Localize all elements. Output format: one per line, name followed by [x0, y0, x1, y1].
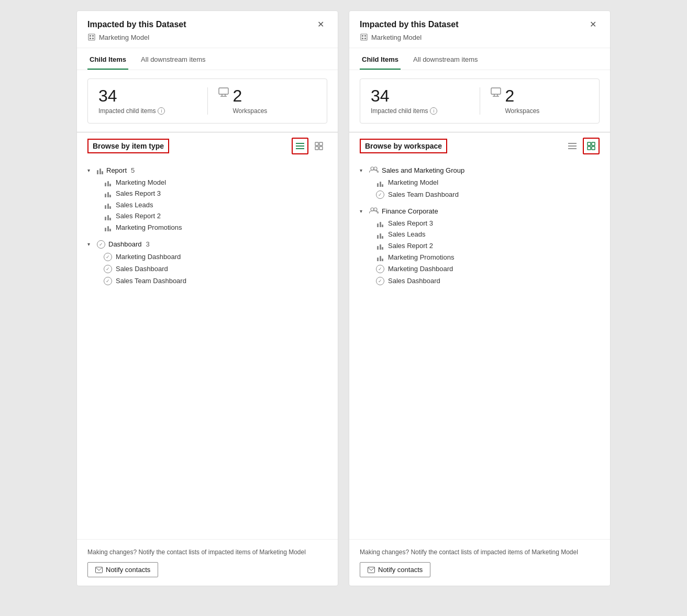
svg-rect-15 [319, 147, 323, 150]
item-name: Marketing Model [388, 178, 438, 186]
dataset-icon-2 [360, 33, 368, 41]
group-count-dashboard: 3 [146, 240, 150, 248]
report-icon [103, 189, 113, 198]
tab-downstream-1[interactable]: All downstream items [139, 50, 208, 70]
footer-text-1: Making changes? Notify the contact lists… [87, 548, 327, 557]
workspace-group-icon-2 [369, 207, 379, 216]
stat-count-2: 34 Impacted child items i [371, 87, 469, 115]
subtitle-row-2: Marketing Model [360, 33, 600, 41]
panel-header-2: Impacted by this Dataset ✕ Marketing Mod… [349, 11, 610, 48]
list-item: Sales Report 3 [375, 218, 600, 229]
svg-rect-1 [90, 35, 91, 37]
notify-contacts-label-1: Notify contacts [106, 566, 150, 574]
list-view-btn-1[interactable] [292, 138, 308, 154]
stats-card-2: 34 Impacted child items i 2 [360, 79, 600, 124]
item-name: Sales Report 2 [116, 212, 161, 220]
item-name: Sales Dashboard [388, 277, 440, 285]
dashboard-icon: ✓ [375, 264, 385, 273]
item-name: Sales Leads [116, 201, 153, 209]
list-view-btn-2[interactable] [564, 138, 581, 154]
view-toggle-1 [292, 138, 327, 154]
report-icon [103, 178, 113, 186]
list-item: Sales Leads [375, 229, 600, 240]
workspace-view-btn-2[interactable] [583, 138, 600, 154]
info-icon-1[interactable]: i [158, 107, 165, 115]
stat-count-1: 34 Impacted child items i [98, 87, 197, 115]
list-item: Marketing Promotions [103, 222, 327, 233]
panel-item-type: Impacted by this Dataset ✕ Marketing Mod… [76, 10, 338, 586]
svg-rect-22 [491, 88, 501, 94]
panel-footer-2: Making changes? Notify the contact lists… [349, 539, 610, 586]
svg-rect-19 [364, 35, 366, 37]
chevron-report: ▾ [87, 167, 94, 173]
browse-header-1: Browse by item type [77, 132, 338, 160]
chevron-dashboard: ▾ [87, 241, 94, 247]
info-icon-2[interactable]: i [430, 107, 437, 115]
svg-rect-14 [315, 147, 318, 150]
tab-child-items-1[interactable]: Child Items [87, 50, 128, 70]
notify-contacts-label-2: Notify contacts [378, 566, 423, 574]
report-icon [103, 212, 113, 220]
svg-rect-17 [361, 34, 367, 40]
item-name: Sales Report 2 [388, 242, 433, 250]
stats-card-1: 34 Impacted child items i 2 [87, 79, 327, 124]
stat-number-2: 34 [371, 87, 469, 104]
tree-group-header-dashboard[interactable]: ▾ ✓ Dashboard 3 [87, 237, 327, 251]
tree-group-dashboard: ▾ ✓ Dashboard 3 ✓ Marketing Dashboard ✓ … [87, 237, 327, 287]
report-icon [375, 178, 385, 187]
tree-group-header-sales-mktg[interactable]: ▾ Sales and Marketing Group [360, 164, 600, 177]
stat-ws-label-1: Workspaces [233, 107, 268, 115]
stat-ws-number-1: 2 [233, 87, 268, 104]
tree-group-header-finance[interactable]: ▾ Finance Corporate [360, 205, 600, 218]
svg-rect-0 [88, 34, 95, 40]
chevron-sales-mktg: ▾ [360, 167, 366, 173]
report-icon [375, 253, 385, 261]
stat-divider-2 [480, 87, 480, 115]
tab-downstream-2[interactable]: All downstream items [411, 50, 480, 70]
tree-group-sales-mktg: ▾ Sales and Marketing Group Marketing Mo… [360, 164, 600, 200]
stat-workspace-1: 2 Workspaces [218, 87, 317, 115]
panel-subtitle-2: Marketing Model [371, 33, 422, 41]
tree-list-2: ▾ Sales and Marketing Group Marketing Mo… [349, 160, 610, 539]
svg-rect-2 [92, 35, 94, 37]
report-icon [103, 200, 113, 209]
browse-title-1: Browse by item type [87, 139, 169, 153]
group-label-sales-mktg: Sales and Marketing Group [382, 166, 464, 174]
group-label-report: Report [106, 166, 127, 174]
list-item: ✓ Marketing Dashboard [375, 263, 600, 275]
title-row-1: Impacted by this Dataset ✕ [87, 19, 327, 30]
svg-rect-30 [592, 142, 595, 145]
close-button-2[interactable]: ✕ [586, 19, 600, 30]
close-button-1[interactable]: ✕ [314, 19, 327, 30]
tree-children-sales-mktg: Marketing Model ✓ Sales Team Dashboard [360, 177, 600, 200]
item-name: Marketing Dashboard [388, 265, 453, 273]
dashboard-icon: ✓ [103, 264, 113, 273]
tree-group-header-report[interactable]: ▾ Report 5 [87, 164, 327, 176]
item-name: Sales Dashboard [116, 265, 168, 273]
list-item: Marketing Model [375, 177, 600, 188]
list-item: Sales Leads [103, 199, 327, 210]
stat-label-1: Impacted child items i [98, 107, 197, 115]
notify-contacts-button-1[interactable]: Notify contacts [87, 562, 158, 577]
chevron-finance: ▾ [360, 208, 366, 214]
workspace-view-btn-1[interactable] [311, 138, 327, 154]
panel-footer-1: Making changes? Notify the contact lists… [77, 539, 338, 586]
list-item: ✓ Sales Dashboard [103, 263, 327, 275]
notify-contacts-button-2[interactable]: Notify contacts [360, 562, 430, 577]
list-item: ✓ Marketing Dashboard [103, 251, 327, 263]
view-toggle-2 [564, 138, 600, 154]
svg-rect-13 [319, 142, 323, 145]
report-icon [375, 242, 385, 250]
dashboard-icon: ✓ [375, 190, 385, 199]
list-item: ✓ Sales Team Dashboard [375, 188, 600, 200]
stat-ws-row-2: 2 Workspaces [491, 87, 589, 115]
item-name: Sales Report 3 [388, 219, 433, 227]
item-name: Sales Team Dashboard [388, 191, 459, 198]
svg-rect-18 [362, 35, 363, 37]
report-icon [375, 230, 385, 239]
list-item: ✓ Sales Team Dashboard [103, 275, 327, 287]
svg-rect-32 [592, 147, 595, 150]
group-label-finance: Finance Corporate [382, 207, 438, 215]
group-label-dashboard: Dashboard [108, 240, 142, 248]
tab-child-items-2[interactable]: Child Items [360, 50, 401, 70]
